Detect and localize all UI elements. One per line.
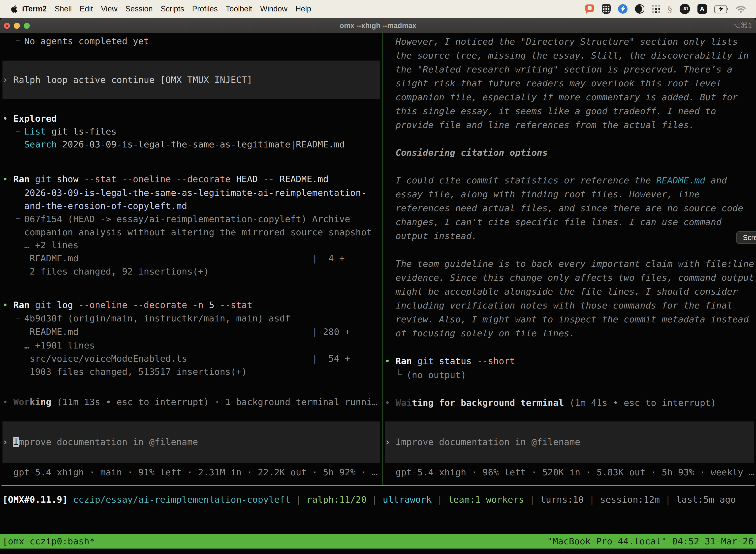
menu-item-help[interactable]: Help [292,4,315,13]
para: references need actual files, and since … [385,203,743,213]
terminal-line: slight risk that future readers may over… [385,77,721,90]
terminal-line: The team guideline is to back every impo… [385,257,754,271]
terminal-line: gpt-5.4 xhigh · 96% left · 520K in · 5.8… [385,466,754,479]
minimize-button[interactable] [14,23,20,29]
squiggle-icon[interactable]: § [668,4,672,14]
terminal-line: 2 files changed, 92 insertions(+) [2,265,209,278]
shimmer-bright: ting for background terminal [412,398,564,408]
blue-bolt-app-icon[interactable] [618,4,628,14]
white-bold: Ran [13,300,30,310]
menu-item-scripts[interactable]: Scripts [157,4,188,13]
sep: | [524,494,541,505]
bullet-green: • [2,174,13,184]
para: The team guideline is to back every impo… [385,259,754,269]
text [412,356,418,366]
terminal-line: README.md | 280 + [2,325,350,339]
terminal-line: src/voice/voiceModeEnabled.ts | 54 + [2,352,350,365]
terminal-line: output instead. [385,229,477,243]
terminal-line: and-the-erosion-of-copyleft.md [2,199,187,213]
shimmer-bright: ng [41,397,51,407]
menu-item-profiles[interactable]: Profiles [188,4,222,13]
cmd: status [434,356,477,366]
white-bold: Ran [396,356,412,366]
input-hint: Improve documentation in @filename [396,437,580,447]
terminal-line: [omx-cczip0:bash* [2,535,95,548]
sep: | [291,494,307,505]
para-bold: Considering citation options [396,148,548,158]
para: the source tree, missing the essay. Stil… [385,50,749,61]
text: git ls-files [46,126,117,136]
dim: 4b9d30f (origin/main, instructkr/main, m… [2,313,291,323]
battery-percent-icon[interactable]: ..61 [680,4,690,14]
flag: --stat [220,300,252,310]
moon-app-icon[interactable] [635,4,644,14]
para: this single essay, it seems like a good … [385,106,716,116]
para: the "Related research writing" section i… [385,64,733,74]
text [2,126,24,136]
terminal-line: • Ran git log --oneline --decorate -n 5 … [2,298,252,312]
dim: 2 files changed, 92 insertions(+) [2,266,209,277]
close-button[interactable] [4,23,10,29]
menu-item-edit[interactable]: Edit [76,4,97,13]
status-gray: session:12m [600,494,660,505]
blue: git [35,174,51,184]
menu-bar-status-icons: § ..61 A [585,4,756,14]
menu-item-toolbelt[interactable]: Toolbelt [222,4,256,13]
terminal-line: • Ran git status --short [385,354,515,368]
status-white: [OMX#0.11.9] [2,494,68,505]
shield-grid-icon[interactable] [602,4,611,14]
dim: (no output) [385,370,466,380]
input-hint: mprove documentation in @filename [19,437,198,447]
zoom-button[interactable] [24,23,30,29]
terminal-line: gpt-5.4 xhigh · main · 91% left · 2.31M … [2,466,377,479]
right-input-line[interactable]: › Improve documentation in @filename [385,435,580,449]
white-bold: Ran [13,174,30,184]
blue: git [417,356,434,366]
file-blue: and-the-erosion-of-copyleft.md [24,201,187,211]
wifi-icon[interactable] [736,5,746,13]
cmd: README.md [274,174,328,184]
dim: README.md | 280 + [2,327,350,337]
bullet-light: • [2,113,13,124]
para: evidence. Since this change only affects… [385,273,754,283]
flag: --short [477,356,515,366]
tmux-text: "MacBook-Pro-44.local" 04:52 31-Mar-26 [547,536,754,546]
terminal-line: • Ran git show --stat --oneline --decora… [2,172,328,186]
terminal-line: 4b9d30f (origin/main, instructkr/main, m… [2,312,291,325]
menu-item-session[interactable]: Session [121,4,156,13]
battery-icon[interactable] [714,5,728,12]
status-cyan2: ultrawork [383,494,432,505]
menu-item-shell[interactable]: Shell [51,4,76,13]
menu-item-view[interactable]: View [97,4,122,13]
text: 2026-03-09-is-legal-the-same-as-legitima… [57,139,345,150]
dots-grid-icon[interactable] [652,5,660,13]
terminal-line: the source tree, missing the essay. Stil… [385,49,749,62]
shimmer-dim: Wai [396,398,412,408]
border-green [382,33,382,486]
ralph: Ralph loop active continue [OMX_TMUX_INJ… [13,75,252,85]
chat-app-icon[interactable] [585,4,594,13]
input-source-icon[interactable]: A [697,4,707,14]
white-bold: Explored [13,113,57,124]
status-gray: turns:10 [541,494,584,505]
status-gray: last:5m ago [676,494,736,505]
text [30,174,35,184]
cmd: HEAD [231,174,263,184]
shimmer-dim: Wor [13,397,30,407]
left-input-line[interactable]: › Improve documentation in @filename [2,435,198,449]
para: companion file, especially if more comme… [385,92,738,102]
shimmer-mid: ki [30,397,41,407]
para: might be acceptable alongside the file l… [385,286,738,296]
menu-item-iterm2[interactable]: iTerm2 [18,4,51,13]
apple-logo-icon[interactable] [11,5,18,13]
status-green: ralph:11/20 [307,494,367,505]
dim: … +1901 lines [2,340,95,350]
status-cyan: cczip/essay/ai-reimplementation-copyleft [73,494,291,505]
prompt: › [2,437,13,447]
terminal-line: "MacBook-Pro-44.local" 04:52 31-Mar-26 [547,535,754,548]
terminal-line: provide file and line references from th… [385,118,694,132]
terminal-line: › Ralph loop active continue [OMX_TMUX_I… [2,73,252,87]
menu-item-window[interactable]: Window [256,4,292,13]
terminal-line: (no output) [385,368,466,382]
para: of focusing solely on file lines. [385,328,575,338]
